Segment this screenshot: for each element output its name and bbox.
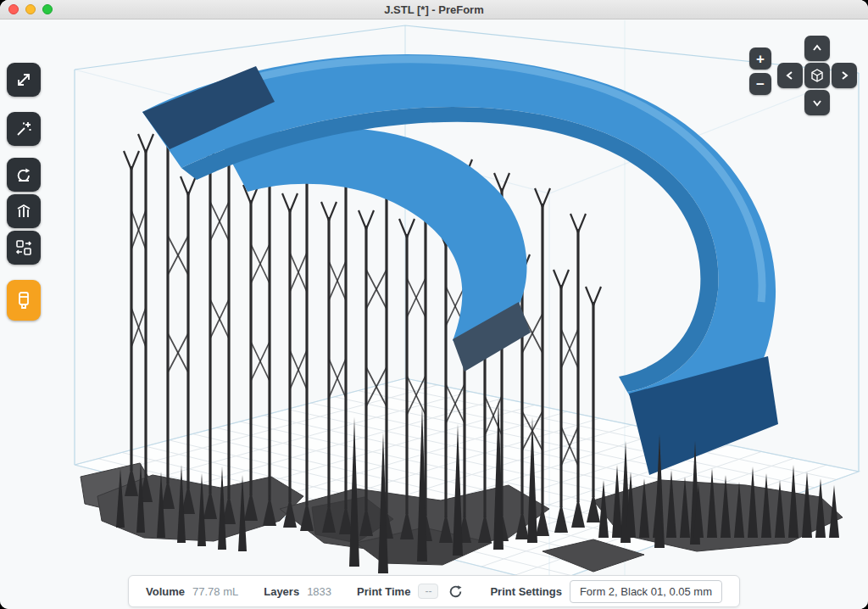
reset-view-button[interactable]	[804, 63, 830, 88]
scale-tool-button[interactable]	[7, 63, 41, 97]
print-time-label: Print Time	[357, 585, 410, 598]
print-settings-label: Print Settings	[490, 585, 562, 598]
preform-window: J.STL [*] - PreForm +	[0, 0, 868, 609]
refresh-icon	[448, 584, 463, 599]
layers-value: 1833	[307, 585, 331, 598]
rotate-right-button[interactable]	[832, 63, 857, 88]
reset-view-icon	[809, 67, 826, 84]
supports-tool-button[interactable]	[7, 194, 41, 228]
rotate-down-button[interactable]	[804, 90, 830, 115]
one-click-print-button[interactable]	[7, 112, 41, 146]
supports-icon	[14, 202, 33, 221]
scale-icon	[14, 70, 33, 89]
calculate-print-time-button[interactable]	[446, 582, 465, 601]
chevron-right-icon	[839, 70, 849, 81]
volume-group: Volume 77.78 mL	[146, 585, 238, 598]
window-title: J.STL [*] - PreForm	[384, 3, 484, 16]
cartridge-icon	[14, 290, 33, 310]
fullscreen-button[interactable]	[42, 4, 53, 14]
rotate-up-button[interactable]	[804, 36, 830, 61]
titlebar: J.STL [*] - PreForm	[0, 0, 868, 20]
status-bar: Volume 77.78 mL Layers 1833 Print Time -…	[128, 575, 740, 607]
layout-tool-button[interactable]	[7, 231, 41, 265]
viewport-3d[interactable]	[0, 0, 868, 609]
chevron-up-icon	[812, 43, 822, 53]
chevron-left-icon	[785, 70, 795, 81]
print-settings-group: Print Settings Form 2, Black 01, 0.05 mm	[490, 580, 722, 603]
zoom-out-button[interactable]: −	[749, 73, 771, 95]
print-time-value: --	[418, 584, 438, 599]
zoom-in-button[interactable]: +	[749, 47, 771, 70]
layout-icon	[14, 238, 33, 257]
print-time-group: Print Time --	[357, 582, 465, 601]
print-settings-select[interactable]: Form 2, Black 01, 0.05 mm	[570, 580, 722, 603]
magic-wand-icon	[14, 120, 33, 138]
chevron-down-icon	[812, 98, 822, 108]
orientation-tool-button[interactable]	[7, 158, 41, 192]
orientation-icon	[14, 165, 33, 184]
layers-label: Layers	[264, 585, 299, 598]
zoom-out-label: −	[756, 77, 765, 92]
print-button[interactable]	[7, 280, 41, 321]
volume-label: Volume	[146, 585, 185, 598]
rotate-left-button[interactable]	[777, 63, 803, 88]
volume-value: 77.78 mL	[192, 585, 238, 598]
minimize-button[interactable]	[25, 4, 36, 14]
zoom-in-label: +	[756, 52, 765, 66]
layers-group: Layers 1833	[264, 585, 331, 598]
close-button[interactable]	[8, 4, 19, 14]
